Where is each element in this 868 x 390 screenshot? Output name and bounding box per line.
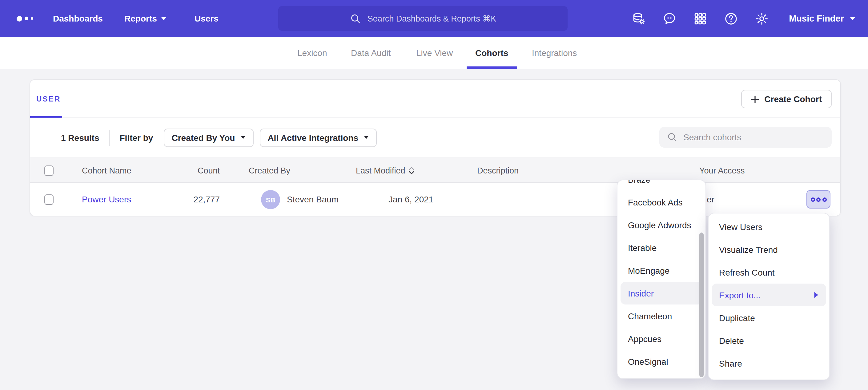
avatar: SB bbox=[261, 190, 280, 209]
created-by-filter-label: Created By You bbox=[172, 133, 235, 142]
table-header: Cohort Name Count Created By Last Modifi… bbox=[30, 158, 840, 183]
column-created-by: Created By bbox=[249, 158, 290, 183]
search-icon bbox=[667, 132, 678, 143]
tab-live-view[interactable]: Live View bbox=[416, 37, 453, 69]
chevron-down-icon bbox=[364, 136, 368, 139]
ellipsis-dot-icon bbox=[816, 197, 820, 201]
nav-reports-label: Reports bbox=[124, 13, 157, 23]
menu-item-refresh-count[interactable]: Refresh Count bbox=[712, 261, 826, 284]
created-by-value: Steven Baum bbox=[287, 183, 339, 216]
nav-users[interactable]: Users bbox=[194, 0, 219, 37]
row-actions-button[interactable] bbox=[806, 190, 831, 208]
column-count: Count bbox=[153, 158, 220, 183]
logo-dot-icon bbox=[31, 18, 33, 20]
export-submenu-list: Braze Facebook Ads Google Adwords Iterab… bbox=[617, 180, 706, 373]
tab-user-cohorts[interactable]: USER bbox=[30, 80, 67, 118]
divider bbox=[109, 129, 110, 145]
help-circle-icon[interactable] bbox=[724, 11, 738, 26]
tab-data-audit[interactable]: Data Audit bbox=[351, 37, 391, 69]
tab-cohorts[interactable]: Cohorts bbox=[475, 37, 508, 69]
cohort-search-input[interactable] bbox=[683, 132, 819, 142]
tab-live-view-label: Live View bbox=[416, 48, 453, 58]
integrations-filter-dropdown[interactable]: All Active Integrations bbox=[259, 128, 377, 147]
project-name: Music Finder bbox=[789, 13, 844, 23]
menu-item-duplicate[interactable]: Duplicate bbox=[712, 306, 826, 329]
menu-item-export-to[interactable]: Export to... bbox=[712, 284, 826, 306]
filter-row: 1 Results Filter by Created By You All A… bbox=[30, 118, 840, 158]
mixpanel-logo[interactable] bbox=[17, 0, 33, 37]
menu-item-visualize-trend[interactable]: Visualize Trend bbox=[712, 238, 826, 261]
nav-dashboards[interactable]: Dashboards bbox=[53, 0, 103, 37]
table-row: Power Users 22,777 SB Steven Baum Jan 6,… bbox=[30, 183, 840, 216]
global-search-placeholder: Search Dashboards & Reports ⌘K bbox=[368, 13, 496, 23]
menu-item-chameleon[interactable]: Chameleon bbox=[621, 304, 703, 327]
tab-lexicon[interactable]: Lexicon bbox=[297, 37, 327, 69]
menu-item-share[interactable]: Share bbox=[712, 352, 826, 375]
export-submenu: Braze Facebook Ads Google Adwords Iterab… bbox=[617, 180, 706, 379]
ellipsis-dot-icon bbox=[810, 197, 815, 201]
create-cohort-label: Create Cohort bbox=[764, 94, 822, 104]
nav-dashboards-label: Dashboards bbox=[53, 13, 103, 23]
feedback-bubble-icon[interactable] bbox=[662, 11, 677, 26]
tab-integrations-label: Integrations bbox=[532, 48, 577, 58]
submenu-arrow-icon bbox=[814, 292, 819, 298]
tab-lexicon-label: Lexicon bbox=[297, 48, 327, 58]
top-nav-bar: Dashboards Reports Users Search Dashboar… bbox=[0, 0, 868, 37]
created-by-filter-dropdown[interactable]: Created By You bbox=[163, 128, 253, 147]
nav-reports[interactable]: Reports bbox=[124, 0, 166, 37]
sort-icon bbox=[408, 167, 415, 175]
column-last-modified-sort[interactable]: Last Modified bbox=[356, 158, 415, 183]
data-management-icon[interactable] bbox=[631, 11, 646, 26]
chevron-down-icon bbox=[241, 136, 245, 139]
cohort-type-header: USER Create Cohort bbox=[30, 80, 840, 118]
cohort-search bbox=[659, 127, 832, 148]
context-menu-list: View Users Visualize Trend Refresh Count… bbox=[709, 214, 829, 375]
cohorts-panel: USER Create Cohort 1 Results Filter by C… bbox=[30, 79, 841, 216]
column-your-access: Your Access bbox=[699, 158, 745, 183]
results-count: 1 Results bbox=[61, 133, 99, 142]
section-tabbar: Lexicon Data Audit Live View Cohorts Int… bbox=[0, 37, 868, 69]
menu-item-delete[interactable]: Delete bbox=[712, 329, 826, 352]
menu-item-moengage[interactable]: MoEngage bbox=[621, 259, 703, 282]
column-description: Description bbox=[477, 158, 519, 183]
row-checkbox[interactable] bbox=[44, 194, 54, 205]
global-search-input[interactable]: Search Dashboards & Reports ⌘K bbox=[278, 6, 567, 31]
cohort-name-link[interactable]: Power Users bbox=[82, 183, 131, 216]
tab-cohorts-label: Cohorts bbox=[475, 48, 508, 58]
search-icon bbox=[350, 12, 361, 24]
project-switcher[interactable]: Music Finder bbox=[789, 13, 855, 23]
chevron-down-icon bbox=[161, 17, 166, 20]
settings-gear-icon[interactable] bbox=[754, 11, 769, 26]
chevron-down-icon bbox=[850, 17, 855, 20]
menu-item-appcues[interactable]: Appcues bbox=[621, 327, 703, 350]
tab-data-audit-label: Data Audit bbox=[351, 48, 391, 58]
filter-by-label: Filter by bbox=[120, 133, 153, 142]
integrations-filter-label: All Active Integrations bbox=[268, 133, 358, 142]
ellipsis-dot-icon bbox=[822, 197, 827, 201]
your-access-value-partial: er bbox=[707, 183, 714, 216]
cohort-count-value: 22,777 bbox=[153, 183, 220, 216]
menu-item-onesignal[interactable]: OneSignal bbox=[621, 350, 703, 373]
tab-user-label: USER bbox=[36, 94, 61, 103]
menu-item-braze[interactable]: Braze bbox=[621, 180, 703, 191]
menu-item-iterable[interactable]: Iterable bbox=[621, 236, 703, 259]
topbar-actions: Music Finder bbox=[631, 0, 868, 37]
apps-grid-icon[interactable] bbox=[693, 11, 708, 26]
column-cohort-name: Cohort Name bbox=[82, 158, 131, 183]
active-tab-underline bbox=[467, 66, 517, 69]
nav-users-label: Users bbox=[194, 13, 219, 23]
tab-integrations[interactable]: Integrations bbox=[532, 37, 577, 69]
scrollbar-thumb[interactable] bbox=[699, 232, 704, 377]
create-cohort-button[interactable]: Create Cohort bbox=[741, 90, 832, 108]
menu-item-facebook-ads[interactable]: Facebook Ads bbox=[621, 191, 703, 214]
menu-item-insider[interactable]: Insider bbox=[621, 282, 703, 304]
menu-item-google-adwords[interactable]: Google Adwords bbox=[621, 214, 703, 236]
plus-icon bbox=[751, 95, 759, 103]
logo-dot-icon bbox=[17, 16, 22, 21]
app-root: Dashboards Reports Users Search Dashboar… bbox=[0, 0, 868, 390]
select-all-checkbox[interactable] bbox=[44, 165, 54, 176]
row-context-menu: View Users Visualize Trend Refresh Count… bbox=[708, 213, 830, 380]
logo-dot-icon bbox=[25, 17, 28, 20]
menu-item-view-users[interactable]: View Users bbox=[712, 215, 826, 238]
last-modified-value: Jan 6, 2021 bbox=[389, 183, 433, 216]
